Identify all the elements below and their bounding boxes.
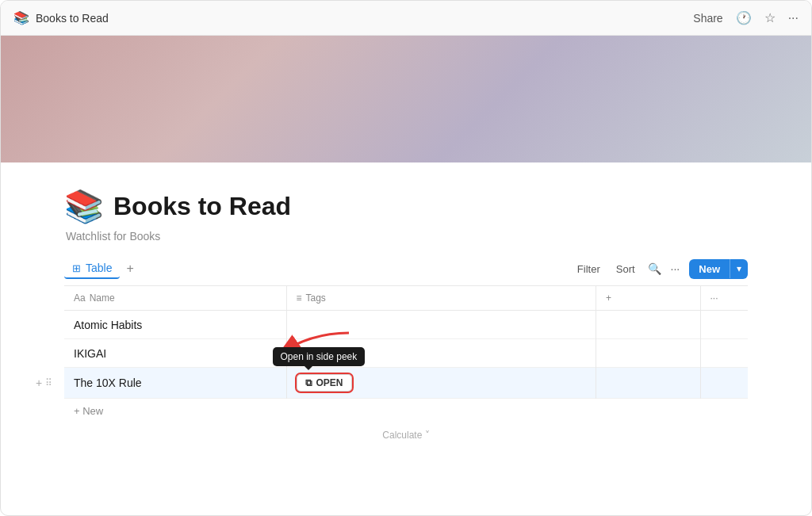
cell-tags-1 xyxy=(286,311,596,339)
view-toolbar: ⊞ Table + Filter Sort 🔍 ··· New ▾ xyxy=(64,258,748,286)
cell-name: IKIGAI xyxy=(64,339,286,368)
sort-button[interactable]: Sort xyxy=(613,262,638,277)
calculate-label: Calculate ˅ xyxy=(382,430,429,441)
database-table: Aa Name ≡ Tags + xyxy=(64,286,748,399)
row2-name[interactable]: IKIGAI xyxy=(74,347,106,360)
new-button-group: New ▾ xyxy=(689,259,748,279)
cell-more-3 xyxy=(700,368,748,399)
add-new-row-label: + New xyxy=(74,405,103,417)
cell-tags-3: Open in side peek ⧉ OPEN xyxy=(286,368,596,399)
view-actions: Filter Sort 🔍 ··· New ▾ xyxy=(574,259,748,279)
cell-more-1 xyxy=(700,311,748,339)
table-wrapper: Aa Name ≡ Tags + xyxy=(64,286,748,447)
top-bar-right: Share 🕐 ☆ ··· xyxy=(693,10,799,25)
history-icon[interactable]: 🕐 xyxy=(736,10,752,25)
cell-name: Atomic Habits xyxy=(64,311,286,339)
calculate-button[interactable]: Calculate ˅ xyxy=(64,423,748,447)
row1-name[interactable]: Atomic Habits xyxy=(74,319,142,331)
row-controls: + ⠿ xyxy=(36,376,52,389)
new-button-dropdown[interactable]: ▾ xyxy=(730,259,748,278)
open-btn-icon: ⧉ xyxy=(305,377,312,388)
row-add-icon[interactable]: + xyxy=(36,376,42,389)
main-content: 📚 Books to Read Watchlist for Books ⊞ Ta… xyxy=(1,162,811,447)
tab-table-label: Table xyxy=(86,262,112,274)
table-row-active: + ⠿ The 10X Rule Open in side peek ⧉ OPE… xyxy=(64,368,748,399)
tab-table[interactable]: ⊞ Table xyxy=(64,258,120,279)
add-view-button[interactable]: + xyxy=(123,262,136,276)
cell-add-1 xyxy=(596,311,700,339)
top-bar-left: 📚 Books to Read xyxy=(13,10,109,25)
page-header: 📚 Books to Read xyxy=(64,188,748,225)
add-col-icon[interactable]: + xyxy=(606,292,611,304)
table-row: Atomic Habits xyxy=(64,311,748,339)
top-bar-title: Books to Read xyxy=(36,12,109,25)
new-button[interactable]: New xyxy=(689,259,730,279)
page-emoji: 📚 xyxy=(64,188,104,225)
share-button[interactable]: Share xyxy=(693,12,722,25)
star-icon[interactable]: ☆ xyxy=(764,10,776,25)
page-banner xyxy=(1,36,811,162)
cell-add-3 xyxy=(596,368,700,399)
name-col-icon: Aa xyxy=(74,292,86,304)
col-header-add[interactable]: + xyxy=(596,286,700,311)
search-button[interactable]: 🔍 xyxy=(648,262,661,275)
page-icon-small: 📚 xyxy=(13,10,29,25)
open-button[interactable]: ⧉ OPEN xyxy=(297,374,352,392)
open-btn-container: Open in side peek ⧉ OPEN xyxy=(297,374,352,392)
more-options-icon[interactable]: ··· xyxy=(788,11,799,25)
cell-more-2 xyxy=(700,339,748,368)
col-header-more[interactable]: ··· xyxy=(700,286,748,311)
filter-button[interactable]: Filter xyxy=(574,262,603,277)
tags-col-label: Tags xyxy=(306,292,326,304)
row-drag-handle[interactable]: ⠿ xyxy=(45,377,52,388)
col-header-name: Aa Name xyxy=(64,286,286,311)
page-subtitle: Watchlist for Books xyxy=(66,230,748,243)
top-bar: 📚 Books to Read Share 🕐 ☆ ··· xyxy=(1,1,811,36)
more-col-icon[interactable]: ··· xyxy=(710,292,718,304)
table-more-button[interactable]: ··· xyxy=(671,262,680,275)
page-title: Books to Read xyxy=(113,192,291,221)
cell-name-active: + ⠿ The 10X Rule xyxy=(64,368,286,399)
table-icon: ⊞ xyxy=(72,262,81,274)
open-btn-label: OPEN xyxy=(316,377,343,388)
col-header-tags: ≡ Tags xyxy=(286,286,596,311)
cell-add-2 xyxy=(596,339,700,368)
row3-name[interactable]: The 10X Rule xyxy=(74,376,142,389)
tooltip-box: Open in side peek xyxy=(273,347,366,366)
name-col-label: Name xyxy=(90,292,115,304)
table-header-row: Aa Name ≡ Tags + xyxy=(64,286,748,311)
add-new-row-button[interactable]: + New xyxy=(64,399,748,423)
view-tabs: ⊞ Table + xyxy=(64,258,137,279)
tags-col-icon: ≡ xyxy=(297,292,302,304)
table-row: IKIGAI xyxy=(64,339,748,368)
